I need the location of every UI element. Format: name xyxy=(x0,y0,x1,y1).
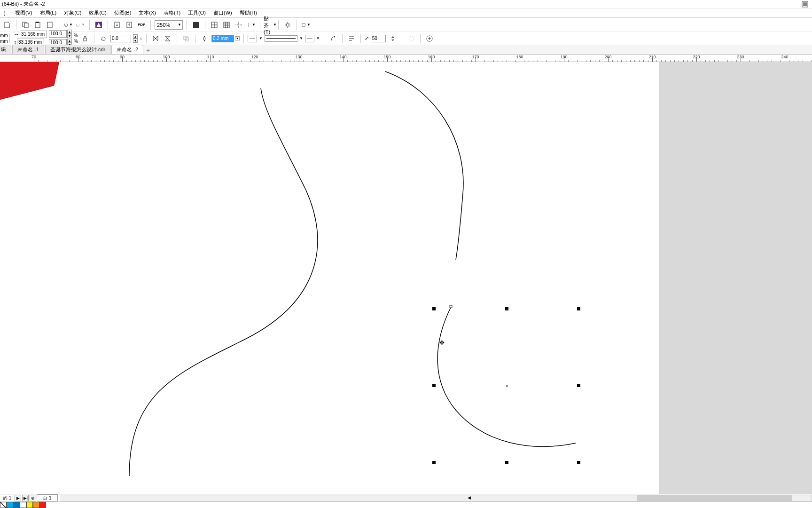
sel-handle-bm[interactable] xyxy=(505,461,508,464)
width-input[interactable]: 31.166 mm xyxy=(20,31,47,38)
rotation-input[interactable]: 0.0 xyxy=(110,35,131,42)
menu-table[interactable]: 表格(T) xyxy=(160,8,184,17)
sel-handle-bl[interactable] xyxy=(432,461,436,464)
add-node-icon[interactable] xyxy=(424,33,435,44)
property-bar: mm mm ↔31.166 mm ↕33.136 mm 100.0▴▾ 100.… xyxy=(0,32,812,45)
clipboard-icon[interactable] xyxy=(45,20,55,30)
add-tab-button[interactable]: + xyxy=(144,47,152,54)
page-add-icon[interactable]: ⊕ xyxy=(30,495,36,501)
svg-rect-6 xyxy=(47,22,52,28)
sel-handle-tr[interactable] xyxy=(577,307,580,310)
unit-label-x: mm xyxy=(0,33,6,38)
horizontal-scrollbar[interactable]: ◀ xyxy=(61,495,812,501)
page-edge-gray xyxy=(659,62,812,494)
lock-ratio-icon[interactable] xyxy=(80,33,90,44)
menu-tools[interactable]: 工具(O) xyxy=(184,8,210,17)
window-title: (64-Bit) - 未命名 -2 xyxy=(2,0,45,8)
horizontal-ruler[interactable]: /* placeholder, ticks rendered below via… xyxy=(0,55,812,62)
menu-window[interactable]: 窗口(W) xyxy=(210,8,236,17)
page-last-icon[interactable]: ▶| xyxy=(22,495,29,501)
start-cap-select[interactable]: — xyxy=(248,35,257,42)
menu-effect[interactable]: 效果(C) xyxy=(85,8,110,17)
outline-width-input[interactable]: 0.2 mm xyxy=(211,35,234,42)
line-style-select[interactable] xyxy=(265,35,297,42)
swatch-orange[interactable] xyxy=(33,502,39,508)
wrap-text-icon[interactable] xyxy=(346,33,357,44)
menu-layout[interactable]: 布局(L) xyxy=(36,8,60,17)
guides-dropdown[interactable]: ▼ xyxy=(246,20,256,30)
import-icon[interactable] xyxy=(112,20,122,30)
swatch-none[interactable] xyxy=(0,502,7,508)
redo-button[interactable]: ▼ xyxy=(75,20,86,30)
convert-icon[interactable] xyxy=(406,33,416,44)
rotate-icon[interactable] xyxy=(98,33,109,44)
options-icon[interactable] xyxy=(282,20,293,30)
page-counter: 的 1 xyxy=(0,495,14,501)
unit-label-y: mm xyxy=(0,39,6,44)
mirror-v-icon[interactable] xyxy=(163,33,173,44)
tab-fragment[interactable]: 辑 xyxy=(0,45,11,54)
menu-help[interactable]: 帮助(H) xyxy=(236,8,261,17)
swatch-red[interactable] xyxy=(39,502,46,508)
nudge-stepper-icon[interactable] xyxy=(388,33,398,44)
menu-view[interactable]: 视图(V) xyxy=(11,8,36,17)
page-next-icon[interactable]: ▶ xyxy=(15,495,21,501)
swatch-cyan[interactable] xyxy=(7,502,13,508)
tab-christmas-cdr[interactable]: 圣诞节海报怎么设计.cdr xyxy=(45,45,110,54)
grid1-icon[interactable] xyxy=(209,20,219,30)
menu-text[interactable]: 文本(X) xyxy=(135,8,160,17)
page-navigation: 的 1 ▶ ▶| ⊕ 页 1 ◀ xyxy=(0,494,812,501)
menu-object[interactable]: 对象(C) xyxy=(60,8,85,17)
curve-upper-arc xyxy=(385,71,463,260)
snap-dropdown[interactable]: 贴齐(T)▼ xyxy=(264,20,274,30)
page-tab-1[interactable]: 页 1 xyxy=(37,494,57,502)
menu-bar: ) 视图(V) 布局(L) 对象(C) 效果(C) 位图(B) 文本(X) 表格… xyxy=(0,8,812,18)
svg-point-13 xyxy=(286,24,289,26)
svg-rect-14 xyxy=(302,23,305,26)
color-palette xyxy=(0,501,812,508)
curve-long xyxy=(129,88,318,476)
grid2-icon[interactable] xyxy=(221,20,232,30)
move-cursor-icon: ✥ xyxy=(439,339,445,346)
copy-icon[interactable] xyxy=(20,20,31,30)
node-marker xyxy=(450,305,452,308)
sel-center[interactable]: × xyxy=(506,383,508,389)
close-curve-icon[interactable] xyxy=(328,33,338,44)
curve-selected xyxy=(437,307,576,446)
window-action-icon[interactable] xyxy=(800,0,810,9)
tab-untitled-1[interactable]: 未命名 -1 xyxy=(12,45,44,54)
red-shape xyxy=(0,62,61,102)
canvas[interactable]: × ✥ xyxy=(0,62,812,494)
swatch-white[interactable] xyxy=(20,502,26,508)
fullscreen-icon[interactable] xyxy=(191,20,201,30)
sel-handle-br[interactable] xyxy=(577,461,580,464)
end-cap-select[interactable]: — xyxy=(305,35,314,42)
guides-icon[interactable] xyxy=(234,20,244,30)
sel-handle-tl[interactable] xyxy=(432,307,436,310)
sel-handle-ml[interactable] xyxy=(432,384,436,387)
swatch-blue[interactable] xyxy=(13,502,20,508)
width-icon: ↔ xyxy=(14,31,19,38)
outline-pen-icon[interactable] xyxy=(199,33,210,44)
document-tabs: 辑 未命名 -1 圣诞节海报怎么设计.cdr 未命名 -2 + xyxy=(0,45,812,55)
swatch-yellow[interactable] xyxy=(26,502,33,508)
sel-handle-tm[interactable] xyxy=(505,307,508,310)
mirror-h-icon[interactable] xyxy=(150,33,161,44)
sel-handle-mr[interactable] xyxy=(577,384,580,387)
zoom-select[interactable]: 250%▼ xyxy=(155,20,183,30)
scalex-input[interactable]: 100.0 xyxy=(49,30,67,38)
pdf-icon[interactable]: PDF xyxy=(136,20,147,30)
corel-icon[interactable] xyxy=(94,20,104,30)
new-icon[interactable] xyxy=(2,20,12,30)
scrollbar-thumb[interactable] xyxy=(637,495,792,501)
paste-icon[interactable] xyxy=(32,20,43,30)
arrange-icon[interactable] xyxy=(181,33,191,44)
svg-rect-5 xyxy=(36,22,39,23)
tab-untitled-2[interactable]: 未命名 -2 xyxy=(111,45,143,54)
undo-button[interactable]: ▼ xyxy=(63,20,73,30)
nudge-input[interactable]: 50 xyxy=(371,35,386,42)
svg-rect-12 xyxy=(224,22,229,28)
menu-bitmap[interactable]: 位图(B) xyxy=(110,8,135,17)
export-icon[interactable] xyxy=(124,20,134,30)
launch-dropdown[interactable]: ▼ xyxy=(301,20,311,30)
